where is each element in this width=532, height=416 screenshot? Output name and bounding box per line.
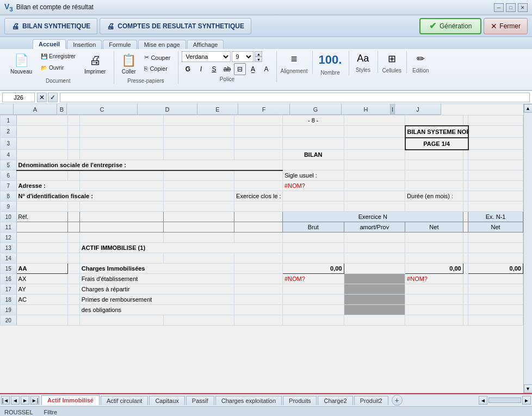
cell-H16[interactable]: #NOM?	[405, 274, 463, 284]
cell-J17[interactable]	[468, 284, 523, 295]
cell-F15[interactable]: 0,00	[282, 264, 344, 274]
cell-E3[interactable]	[234, 138, 283, 150]
cell-I14[interactable]	[463, 253, 468, 264]
cell-B3[interactable]	[68, 138, 79, 150]
minimize-button[interactable]: ─	[494, 3, 504, 12]
cell-J7[interactable]	[468, 181, 523, 191]
cell-A11[interactable]	[16, 222, 68, 233]
cell-G19[interactable]	[344, 305, 405, 315]
tab-nav-next[interactable]: ►	[21, 396, 29, 405]
sheet-tab-produit2[interactable]: Produit2	[354, 396, 388, 405]
cell-C6[interactable]	[79, 170, 163, 181]
cell-I6[interactable]	[463, 170, 468, 181]
ouvrir-button[interactable]: 📂 Ouvrir	[37, 63, 79, 73]
cell-G7[interactable]	[344, 181, 405, 191]
cell-I11[interactable]	[463, 222, 468, 233]
cellules-button[interactable]: ⊞	[381, 51, 402, 66]
cell-I18[interactable]	[463, 295, 468, 305]
scroll-up-button[interactable]: ▲	[524, 104, 533, 113]
cell-J20[interactable]	[468, 315, 523, 326]
sheet-tab-charge2[interactable]: Charge2	[318, 396, 352, 405]
underline-button[interactable]: S	[208, 63, 220, 75]
cell-A15[interactable]: AA	[16, 264, 68, 274]
cell-I5[interactable]	[463, 160, 468, 170]
cell-A16[interactable]: AX	[16, 274, 68, 284]
cell-F10[interactable]: Exercice N	[282, 212, 463, 222]
cell-J19[interactable]	[468, 305, 523, 315]
tab-mise-en-page[interactable]: Mise en page	[138, 40, 186, 49]
cell-A18[interactable]: AC	[16, 295, 68, 305]
cell-I10[interactable]	[463, 212, 468, 222]
hscroll-left[interactable]: ◄	[479, 396, 487, 405]
cell-F6[interactable]: Sigle usuel :	[282, 170, 344, 181]
cell-H17[interactable]	[405, 284, 463, 295]
cell-D20[interactable]	[163, 315, 234, 326]
cell-F2[interactable]	[282, 126, 344, 138]
cell-F7[interactable]: #NOM?	[282, 181, 344, 191]
cell-D3[interactable]	[163, 138, 234, 150]
edition-button[interactable]: ✏	[410, 51, 431, 66]
cell-A13[interactable]	[16, 243, 68, 253]
col-header-F[interactable]: F	[238, 104, 290, 115]
font-size-decrease[interactable]: ▼	[255, 57, 262, 62]
cell-A10[interactable]: Réf.	[16, 212, 68, 222]
cell-D14[interactable]	[163, 253, 234, 264]
cell-A20[interactable]	[16, 315, 68, 326]
cell-C20[interactable]	[79, 315, 163, 326]
col-header-I[interactable]: I	[391, 104, 395, 115]
cell-I15[interactable]	[463, 264, 468, 274]
cell-C2[interactable]	[79, 126, 163, 138]
confirm-formula-button[interactable]: ✓	[48, 93, 58, 102]
cell-D2[interactable]	[163, 126, 234, 138]
cell-D11[interactable]	[163, 222, 234, 233]
col-header-H[interactable]: H	[342, 104, 391, 115]
cell-reference-input[interactable]	[2, 93, 35, 102]
col-header-B[interactable]: B	[57, 104, 67, 115]
cell-E15[interactable]	[234, 264, 283, 274]
cell-I20[interactable]	[463, 315, 468, 326]
cell-G5[interactable]	[344, 160, 405, 170]
cell-G9[interactable]	[344, 201, 405, 212]
cell-I4[interactable]	[463, 150, 468, 160]
cell-C14[interactable]	[79, 253, 163, 264]
sheet-tab-actif-circulant[interactable]: Actif circulant	[101, 396, 148, 405]
cell-E8[interactable]: Exercice clos le :	[234, 191, 283, 201]
cell-F20[interactable]	[282, 315, 344, 326]
maximize-button[interactable]: □	[506, 3, 516, 12]
cell-G6[interactable]	[344, 170, 405, 181]
cell-I16[interactable]	[463, 274, 468, 284]
sheet-tab-charges-exploitation[interactable]: Charges exploitation	[215, 396, 282, 405]
cell-F9[interactable]	[282, 201, 344, 212]
cell-H15[interactable]: 0,00	[405, 264, 463, 274]
styles-button[interactable]: Aa	[352, 51, 373, 66]
cell-G11[interactable]: amort/Prov	[344, 222, 405, 233]
cell-E18[interactable]	[234, 295, 283, 305]
cell-I19[interactable]	[463, 305, 468, 315]
cell-I9[interactable]	[463, 201, 468, 212]
strikethrough-button[interactable]: ab	[221, 63, 233, 75]
cell-I17[interactable]	[463, 284, 468, 295]
cell-G13[interactable]	[344, 243, 405, 253]
cell-H6[interactable]	[405, 170, 463, 181]
cell-B13[interactable]	[68, 243, 79, 253]
sheet-tab-produits[interactable]: Produits	[283, 396, 317, 405]
cell-G20[interactable]	[344, 315, 405, 326]
cell-E9[interactable]	[234, 201, 283, 212]
font-size-select[interactable]: 9	[232, 51, 253, 62]
cell-G1[interactable]	[344, 115, 405, 126]
cell-J18[interactable]	[468, 295, 523, 305]
cell-F14[interactable]	[282, 253, 344, 264]
cell-E1[interactable]	[234, 115, 283, 126]
cell-I13[interactable]	[463, 243, 468, 253]
cell-F8[interactable]	[282, 191, 344, 201]
cell-H7[interactable]	[405, 181, 463, 191]
cell-G18[interactable]	[344, 295, 405, 305]
cell-G16[interactable]	[344, 274, 405, 284]
cell-B9[interactable]	[68, 201, 79, 212]
tab-affichage[interactable]: Affichage	[187, 40, 224, 49]
cell-F1[interactable]: - 8 -	[282, 115, 344, 126]
cell-C17[interactable]: Charges à répartir	[79, 284, 234, 295]
col-header-G[interactable]: G	[290, 104, 342, 115]
cell-F12[interactable]	[282, 233, 344, 243]
coller-button[interactable]: 📋 Coller	[117, 51, 140, 77]
